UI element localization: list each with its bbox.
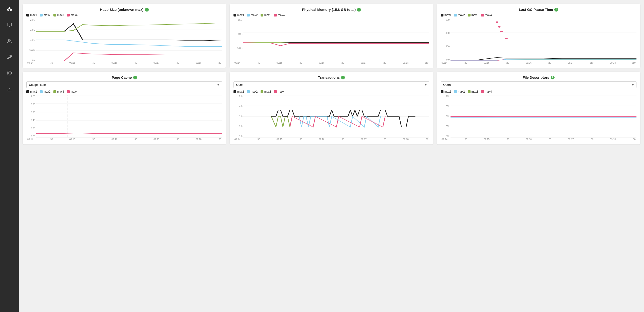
dot [274,14,277,17]
chart-title-physical: Physical Memory (15.8 GB total) i [234,8,429,12]
legend-t-max2: max2 [247,90,258,93]
info-icon-physical[interactable]: i [357,8,361,12]
info-icon-fd[interactable]: i [551,76,554,79]
transactions-dropdown[interactable]: Open Committed Rolled Back [234,81,429,88]
legend-physical: max1 max2 max3 max4 [234,14,429,17]
legend-pm-max3: max3 [260,14,271,17]
heap-chart-area: 2.0G 1.5G 1.0G 500M 0.0 [26,19,222,61]
legend-dot-max1 [26,14,29,17]
export-icon[interactable] [4,84,14,94]
legend-t-max3: max3 [260,90,271,93]
dot [234,14,236,17]
page-cache-dropdown-row: Usage Ratio Hit Ratio Miss Ratio [26,81,222,88]
heap-y-labels: 2.0G 1.5G 1.0G 500M 0.0 [26,19,36,61]
users-icon[interactable] [4,36,14,46]
dot [454,14,457,17]
heap-svg [36,19,222,61]
chart-card-file-descriptors: File Descriptors i Open Max max1 max2 [437,72,640,144]
title-text: File Descriptors [522,75,549,79]
legend-dot-max2 [40,14,42,17]
chart-title-gc: Last GC Pause Time i [441,8,636,12]
sidebar [0,0,19,312]
dot [40,90,42,93]
page-cache-svg [36,95,222,138]
info-icon-transactions[interactable]: i [341,76,345,79]
legend-gc-max3: max3 [468,14,478,17]
heap-svg-wrap [36,19,222,61]
svg-point-18 [496,22,498,23]
legend-transactions: max1 max2 max3 max4 [234,90,429,93]
transactions-svg [244,95,429,138]
dot [468,14,470,17]
svg-point-3 [8,39,10,41]
physical-svg-wrap [244,19,429,61]
chart-card-heap-size: Heap Size (unknown max) i max1 max2 max3 [22,4,226,68]
gc-y-labels: 600 400 200 0.0 [441,19,450,61]
chart-card-gc-pause: Last GC Pause Time i max1 max2 max3 [437,4,640,68]
globe-icon[interactable] [4,68,14,78]
info-icon-heap[interactable]: i [145,8,149,12]
legend-pm-max2: max2 [247,14,258,17]
dot [260,90,264,93]
info-icon-gc[interactable]: i [554,8,558,12]
page-cache-dropdown[interactable]: Usage Ratio Hit Ratio Miss Ratio [26,81,222,88]
legend-fd: max1 max2 max3 max4 [441,90,636,93]
chart-title-heap-size: Heap Size (unknown max) i [26,8,222,12]
wrench-icon[interactable] [4,52,14,62]
physical-x-labels: 09:14 :30 09:15 :30 09:16 :30 09:17 :30 … [234,62,429,64]
monitor-icon[interactable] [4,20,14,30]
transactions-x-labels: 09:14 :30 09:15 :30 09:16 :30 09:17 :30 … [234,138,429,141]
page-cache-svg-wrap [36,95,222,138]
dot [67,90,70,93]
dot [247,90,250,93]
fd-svg-wrap [450,95,636,138]
transactions-svg-wrap [244,95,429,138]
fd-dropdown[interactable]: Open Max [441,81,636,88]
page-cache-y-labels: 1.00 0.80 0.60 0.40 0.20 0.00 [26,95,36,138]
legend-fd-max4: max4 [481,90,492,93]
fd-svg [450,95,636,138]
legend-dot-max3 [54,14,56,17]
legend-fd-max3: max3 [468,90,478,93]
legend-fd-max2: max2 [454,90,465,93]
legend-fd-max1: max1 [441,90,451,93]
chart-title-file-descriptors: File Descriptors i [441,75,636,79]
physical-chart-area: 15G 10G 5.0G [234,19,429,61]
gc-svg-wrap [450,19,636,61]
fd-y-labels: 70k 65k 60k 55k 50k [441,95,450,138]
physical-svg [244,19,429,61]
legend-gc: max1 max2 max3 max4 [441,14,636,17]
chart-card-physical-memory: Physical Memory (15.8 GB total) i max1 m… [230,4,433,68]
transactions-y-labels: 5.0 4.0 3.0 2.0 1.0 [234,95,244,138]
dot [468,90,470,93]
title-text: Last GC Pause Time [519,8,553,12]
svg-rect-2 [7,23,12,26]
info-icon-page-cache[interactable]: i [133,76,137,79]
legend-label-max3: max3 [57,14,64,17]
dot [481,14,484,17]
gc-svg [450,19,636,61]
chart-card-page-cache: Page Cache i Usage Ratio Hit Ratio Miss … [22,72,226,144]
dot [441,14,444,17]
page-cache-x-labels: 09:14 :30 09:15 :30 09:16 :30 09:17 :30 … [26,138,222,141]
fd-x-labels: 09:14 :30 09:15 :30 09:16 :30 09:17 :30 … [441,138,636,141]
legend-label-max2: max2 [44,14,50,17]
page-cache-chart-area: 1.00 0.80 0.60 0.40 0.20 0.00 [26,95,222,138]
transactions-chart-area: 5.0 4.0 3.0 2.0 1.0 [234,95,429,138]
title-text: Page Cache [112,75,132,79]
legend-gc-max1: max1 [441,14,451,17]
legend-pc-max4: max4 [67,90,78,93]
physical-y-labels: 15G 10G 5.0G [234,19,244,61]
dot [260,14,264,17]
chart-title-transactions: Transactions i [234,75,429,79]
title-text: Physical Memory (15.8 GB total) [302,8,356,12]
gc-x-labels: 09:14 :30 09:15 :30 09:16 :30 09:17 :30 … [441,62,636,64]
legend-max3: max3 [54,14,64,17]
dot [247,14,250,17]
legend-max2: max2 [40,14,50,17]
title-text: Heap Size (unknown max) [100,8,143,12]
legend-dot-max4 [67,14,70,17]
legend-label-max1: max1 [30,14,37,17]
charts-grid: Heap Size (unknown max) i max1 max2 max3 [22,4,640,144]
bike-icon[interactable] [4,4,14,14]
